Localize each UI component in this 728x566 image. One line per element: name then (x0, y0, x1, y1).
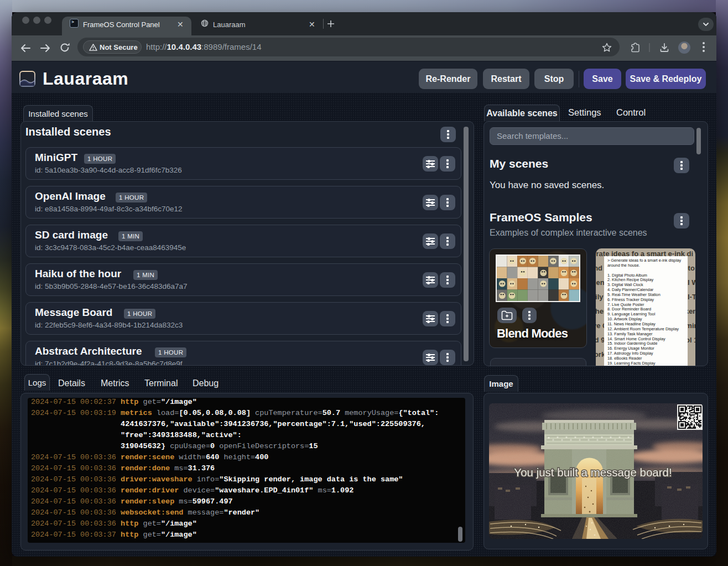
svg-text:You just built a message board: You just built a message board! (514, 466, 672, 479)
